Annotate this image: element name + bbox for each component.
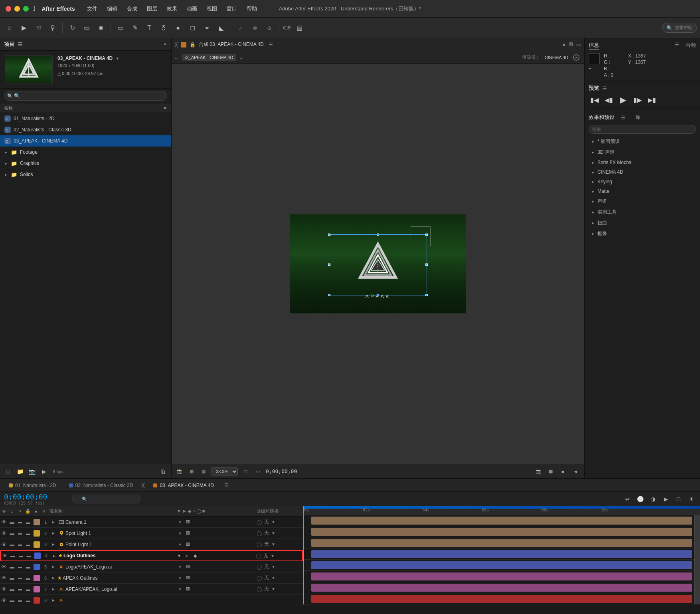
- maximize-button[interactable]: [23, 6, 29, 12]
- preview-menu-icon[interactable]: ☰: [602, 85, 607, 91]
- skip-to-end[interactable]: ▶▮: [646, 94, 657, 105]
- effects-item-5[interactable]: ► Matte: [585, 186, 700, 196]
- l2-link[interactable]: ⚅: [185, 530, 191, 537]
- project-item-solids[interactable]: ► 📁 Solids: [0, 169, 171, 180]
- layer-1-expand[interactable]: ►: [49, 520, 57, 524]
- hand-tool[interactable]: ☜: [32, 22, 45, 34]
- layer-7-solo[interactable]: ▬: [16, 584, 24, 595]
- layer-7-parent-chevron[interactable]: ▼: [271, 587, 275, 591]
- transparency-button[interactable]: ▤: [200, 467, 208, 475]
- project-item-1[interactable]: C 02_Naturalists - Classic 3D: [0, 124, 171, 135]
- comp-tab-label[interactable]: 合成 03_APEAK - CINEMA 4D: [199, 41, 264, 48]
- layer-1-solo[interactable]: ▬: [16, 517, 24, 528]
- layer-1-eye[interactable]: 👁: [0, 517, 8, 528]
- skip-to-start[interactable]: ▮◀: [589, 94, 600, 105]
- brush-tool[interactable]: ⛣: [157, 22, 170, 34]
- menu-edit[interactable]: 编辑: [107, 5, 117, 12]
- layer-2-solo[interactable]: ▬: [16, 528, 24, 539]
- layer-2-audio[interactable]: ▬: [8, 528, 16, 539]
- handle-ml[interactable]: [328, 263, 330, 266]
- layer-5-audio[interactable]: ▬: [8, 561, 16, 572]
- search-box[interactable]: 🔍 搜索帮助: [662, 23, 697, 33]
- motion-tool[interactable]: ⌿: [234, 22, 247, 34]
- new-folder-button[interactable]: 📁: [15, 467, 25, 476]
- layer-8-audio[interactable]: ▬: [8, 595, 16, 606]
- layer-2-parent-chevron[interactable]: ▼: [271, 531, 275, 535]
- project-search-input[interactable]: [4, 91, 167, 101]
- new-item-button[interactable]: □: [3, 467, 13, 476]
- layer-8-expand[interactable]: ►: [49, 598, 57, 602]
- layer-4-solo[interactable]: ▬: [17, 550, 25, 561]
- effects-item-0[interactable]: ► * 动画预设: [585, 136, 700, 147]
- layer-3-solo[interactable]: ▬: [16, 539, 24, 550]
- color-button[interactable]: ■: [559, 467, 567, 475]
- eraser-tool[interactable]: ◻: [186, 22, 199, 34]
- l6-c0[interactable]: ▼: [177, 575, 183, 581]
- comp-tab-close-icon[interactable]: ╳: [175, 42, 178, 48]
- effects-item-1[interactable]: ► 3D 声道: [585, 147, 700, 158]
- zoom-select[interactable]: 33.3% 50% 100%: [212, 467, 238, 475]
- clone-tool[interactable]: ●: [172, 22, 184, 34]
- effects-item-8[interactable]: ► 扭曲: [585, 218, 700, 228]
- layer-8-solo[interactable]: ▬: [16, 595, 24, 606]
- handle-tm[interactable]: [377, 234, 379, 236]
- l3-link[interactable]: ⚅: [185, 541, 191, 548]
- menu-effects[interactable]: 效果: [167, 5, 177, 12]
- grid-button[interactable]: ▦: [547, 467, 555, 475]
- effects-tab-library[interactable]: 库: [635, 114, 641, 121]
- menu-window[interactable]: 窗口: [227, 5, 237, 12]
- menu-compose[interactable]: 合成: [127, 5, 137, 12]
- timeline-menu[interactable]: ☰: [224, 483, 229, 488]
- fit-frame[interactable]: □: [242, 467, 250, 475]
- layer-7-eye[interactable]: 👁: [0, 584, 8, 595]
- effects-menu-icon[interactable]: ☰: [621, 115, 626, 121]
- timeline-tab-0[interactable]: 01_Naturalists - 2D: [3, 481, 62, 490]
- menu-help[interactable]: 帮助: [247, 5, 257, 12]
- info-tab-audio[interactable]: 音频: [686, 42, 696, 50]
- home-button[interactable]: ⌂: [3, 22, 16, 34]
- timeline-tool-1[interactable]: ⚪: [635, 494, 645, 504]
- text-tool[interactable]: T: [143, 22, 156, 34]
- project-item-0[interactable]: C 01_Naturalists - 2D: [0, 113, 171, 124]
- l6-c1[interactable]: ⚅: [185, 575, 191, 581]
- layer-4-audio[interactable]: ▬: [9, 550, 17, 561]
- info-tab-info[interactable]: 信息: [589, 42, 599, 50]
- timeline-tool-2[interactable]: ◑: [648, 494, 658, 504]
- graph-editor[interactable]: 图: [569, 42, 573, 48]
- 3d-track[interactable]: ⌾: [249, 22, 261, 34]
- layer-4-expand[interactable]: ►: [50, 554, 58, 558]
- timeline-tool-5[interactable]: ☀: [686, 494, 696, 504]
- track-bar-1[interactable]: [311, 517, 692, 525]
- align-tool[interactable]: ▤: [293, 22, 306, 34]
- layer-8-lock[interactable]: ▬: [24, 595, 32, 606]
- trash-button[interactable]: 🗑: [158, 467, 168, 476]
- l3-c0[interactable]: ▼: [177, 541, 183, 548]
- handle-tl[interactable]: [328, 234, 330, 236]
- viewer-tab-active[interactable]: i3_APEAK - CINEMA 4D: [182, 54, 236, 61]
- track-tool[interactable]: ■: [95, 22, 107, 34]
- effects-tab-effects[interactable]: 效果和预设: [589, 114, 615, 121]
- timeline-search-input[interactable]: [72, 495, 140, 503]
- layer-3-lock[interactable]: ▬: [24, 539, 32, 550]
- rotate-tool[interactable]: ↻: [66, 22, 79, 34]
- track-bar-3[interactable]: [311, 539, 692, 547]
- layer-5-solo[interactable]: ▬: [16, 561, 24, 572]
- layer-2-expand[interactable]: ►: [49, 531, 57, 535]
- track-bar-8[interactable]: [311, 595, 692, 603]
- layer-2-eye[interactable]: 👁: [0, 528, 8, 539]
- layer-3-eye[interactable]: 👁: [0, 539, 8, 550]
- step-back[interactable]: ◀▮: [603, 94, 614, 105]
- menu-view[interactable]: 视图: [207, 5, 217, 12]
- close-button[interactable]: [6, 6, 11, 12]
- timeline-tab-1[interactable]: 02_Naturalists - Classic 3D: [63, 481, 139, 490]
- track-bar-4[interactable]: [311, 550, 692, 558]
- show-channel[interactable]: ▩: [188, 467, 196, 475]
- l4-c2[interactable]: ◆: [192, 553, 198, 559]
- layer-4-eye[interactable]: 👁: [1, 550, 9, 561]
- layer-4-lock[interactable]: ▬: [25, 550, 33, 561]
- l4-c1[interactable]: ►: [184, 553, 190, 559]
- playhead[interactable]: [303, 506, 304, 515]
- warp-tool[interactable]: ⌽: [263, 22, 276, 34]
- layer-5-lock[interactable]: ▬: [24, 561, 32, 572]
- l1-link[interactable]: ⚅: [185, 519, 191, 525]
